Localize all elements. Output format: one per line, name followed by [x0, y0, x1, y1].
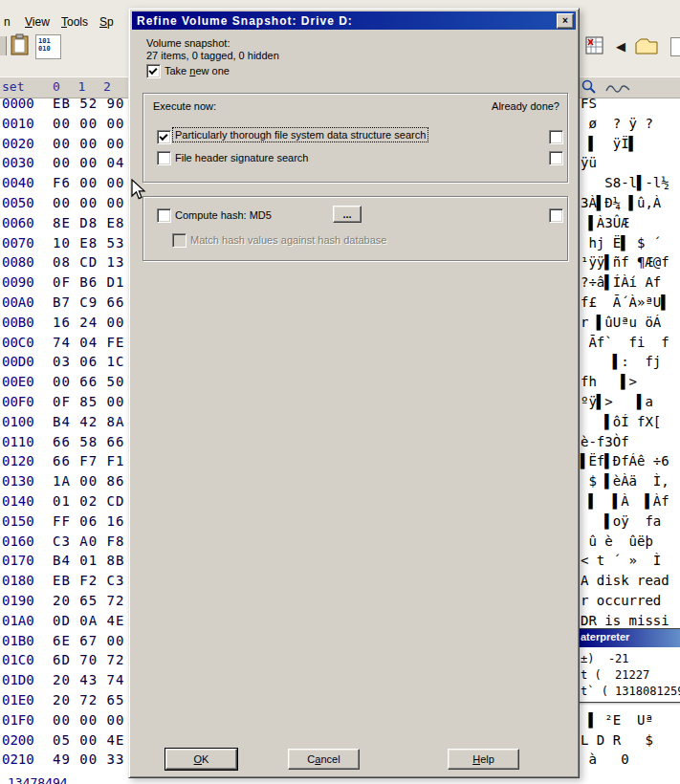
ascii-cell[interactable]: hj Ë▌ $ ´	[581, 235, 661, 255]
hex-row[interactable]: 00D003 06 1C	[0, 354, 128, 374]
hex-row[interactable]: 00F00F 85 00	[0, 394, 128, 414]
ascii-cell[interactable]: ▌: fj	[581, 354, 661, 374]
hex-row[interactable]: 0000EB 52 90	[0, 96, 128, 116]
byte-cells[interactable]: 0D 0A 4E	[53, 613, 124, 628]
ascii-cell[interactable]: $ ▌èÀä Ì,	[581, 473, 669, 493]
menu-item-sp[interactable]: Sp	[99, 15, 114, 29]
hex-row[interactable]: 012066 F7 F1	[0, 453, 128, 473]
byte-cells[interactable]: B4 42 8A	[53, 414, 124, 429]
menu-item-n[interactable]: n	[4, 15, 11, 29]
byte-cells[interactable]: 6E 67 00	[53, 633, 124, 648]
ascii-cell[interactable]: ?÷â▌ÍÀí Af	[581, 274, 661, 294]
byte-cells[interactable]: 16 24 00	[53, 315, 124, 330]
byte-cells[interactable]: 66 58 66	[53, 434, 124, 449]
byte-cells[interactable]: 05 00 4E	[53, 732, 124, 748]
data-interpreter-title[interactable]: aterpreter	[577, 629, 680, 647]
ascii-cell[interactable]: L D R $	[581, 732, 653, 752]
ascii-cell[interactable]: fh ▌>	[581, 374, 637, 394]
byte-cells[interactable]: 20 43 74	[53, 672, 124, 687]
thorough-search-label[interactable]: Particularly thorough file system data s…	[173, 128, 428, 142]
hex-row[interactable]: 003000 00 04	[0, 155, 128, 175]
byte-cells[interactable]: 01 02 CD	[53, 493, 124, 509]
byte-cells[interactable]: F6 00 00	[53, 175, 124, 190]
hex-row[interactable]: 0150FF 06 16	[0, 513, 128, 534]
hex-row[interactable]: 014001 02 CD	[0, 493, 128, 513]
close-icon[interactable]: ×	[557, 13, 574, 29]
back-arrow-icon[interactable]: ◀	[616, 38, 625, 55]
hex-row[interactable]: 0160C3 A0 F8	[0, 534, 128, 554]
hex-row[interactable]: 01301A 00 86	[0, 473, 128, 493]
byte-cells[interactable]: 00 00 00	[53, 116, 124, 131]
take-new-label[interactable]: Take new one	[165, 65, 230, 76]
byte-cells[interactable]: EB F2 C3	[53, 573, 124, 588]
hex-row[interactable]: 019020 65 72	[0, 593, 128, 613]
hex-row[interactable]: 01F000 00 00	[0, 712, 128, 732]
ascii-cell[interactable]: ▌oÿ fa	[581, 513, 661, 534]
byte-cells[interactable]: 00 00 00	[53, 136, 124, 151]
byte-cells[interactable]: B7 C9 66	[53, 294, 124, 310]
signature-search-label[interactable]: File header signature search	[175, 152, 308, 163]
byte-cells[interactable]: B4 01 8B	[53, 553, 124, 568]
ascii-cell[interactable]: ÿü	[581, 155, 597, 175]
take-new-checkbox[interactable]	[146, 64, 161, 78]
hex-row[interactable]: 002000 00 00	[0, 136, 128, 156]
ascii-cell[interactable]: r occurred	[581, 593, 669, 613]
clipboard-icon[interactable]	[10, 33, 31, 60]
ascii-cell[interactable]: ▌ôÍ fX[	[581, 414, 661, 434]
hex-row[interactable]: 020005 00 4E	[0, 732, 128, 752]
hex-row[interactable]: 0040F6 00 00	[0, 175, 128, 195]
byte-cells[interactable]: FF 06 16	[53, 513, 124, 529]
byte-cells[interactable]: 49 00 33	[53, 751, 124, 767]
signature-search-done-checkbox[interactable]	[549, 151, 563, 165]
ascii-cell[interactable]: r ▌ûUªu öÁ	[581, 315, 661, 335]
hex-row[interactable]: 00A0B7 C9 66	[0, 294, 128, 315]
byte-cells[interactable]: 74 04 FE	[53, 335, 124, 350]
binary-convert-icon[interactable]: 101010	[35, 34, 61, 59]
ascii-cell[interactable]: à 0	[581, 751, 629, 772]
ascii-cell[interactable]: è-f3Òf	[581, 434, 629, 454]
hex-row[interactable]: 01E020 72 65	[0, 692, 128, 712]
ascii-cell[interactable]: < t ´ » Ì	[581, 553, 661, 573]
ascii-cell[interactable]: ø ? ÿ ?	[581, 116, 653, 136]
signature-search-checkbox[interactable]	[157, 151, 171, 165]
ascii-cell[interactable]: A disk read	[581, 573, 669, 593]
byte-cells[interactable]: 0F 85 00	[53, 394, 124, 409]
hex-row[interactable]: 00900F B6 D1	[0, 274, 128, 294]
ascii-cell[interactable]: 3À▌Ð¼ ▌û,À	[581, 195, 661, 215]
hex-row[interactable]: 00B016 24 00	[0, 315, 128, 335]
cancel-button[interactable]: Cancel	[288, 749, 360, 770]
hex-row[interactable]: 007010 E8 53	[0, 235, 128, 255]
menu-item-tools[interactable]: Tools	[61, 15, 88, 29]
hex-row[interactable]: 0170B4 01 8B	[0, 553, 128, 573]
wave-icon[interactable]	[605, 81, 630, 98]
ascii-cell[interactable]: FS	[581, 96, 597, 116]
hex-row[interactable]: 001000 00 00	[0, 116, 128, 136]
byte-cells[interactable]: 0F B6 D1	[53, 274, 124, 290]
ascii-cell[interactable]: ▌Ëf▌ÐfÁê ÷6	[581, 453, 669, 473]
byte-cells[interactable]: 10 E8 53	[53, 235, 124, 250]
dialog-title-bar[interactable]: Refine Volume Snapshot: Drive D: ×	[132, 11, 576, 30]
hex-row[interactable]: 00608E D8 E8	[0, 215, 128, 235]
cut-off-toolbar-icon[interactable]	[0, 36, 7, 55]
byte-cells[interactable]: 00 66 50	[53, 374, 124, 389]
byte-cells[interactable]: 6D 70 72	[53, 652, 124, 667]
hex-row[interactable]: 021049 00 33	[0, 751, 128, 772]
ascii-cell[interactable]: û è ûëþ	[581, 534, 653, 554]
ascii-cell[interactable]: ▌À3ÛÆ	[581, 215, 629, 235]
ascii-cell[interactable]: Ãf` fi f	[581, 335, 669, 355]
ok-button[interactable]: OK	[165, 749, 237, 770]
ascii-cell[interactable]: S8-l▌-l½	[581, 175, 669, 195]
thorough-search-done-checkbox[interactable]	[549, 130, 563, 144]
ascii-cell[interactable]: ▌ ²E Uª	[581, 712, 653, 732]
hex-row[interactable]: 01C06D 70 72	[0, 652, 128, 672]
hex-row[interactable]: 01B06E 67 00	[0, 633, 128, 653]
thorough-search-checkbox[interactable]	[157, 130, 171, 144]
hex-row[interactable]: 005000 00 00	[0, 195, 128, 215]
hex-row[interactable]: 01A00D 0A 4E	[0, 613, 128, 633]
calculator-icon[interactable]	[585, 36, 604, 59]
hex-row[interactable]: 00E000 66 50	[0, 374, 128, 394]
hex-row[interactable]: 0180EB F2 C3	[0, 573, 128, 593]
help-button[interactable]: Help	[448, 749, 519, 770]
ascii-cell[interactable]: ▌ ▌À ▌Àf	[581, 493, 669, 513]
folder-icon[interactable]	[635, 37, 658, 58]
